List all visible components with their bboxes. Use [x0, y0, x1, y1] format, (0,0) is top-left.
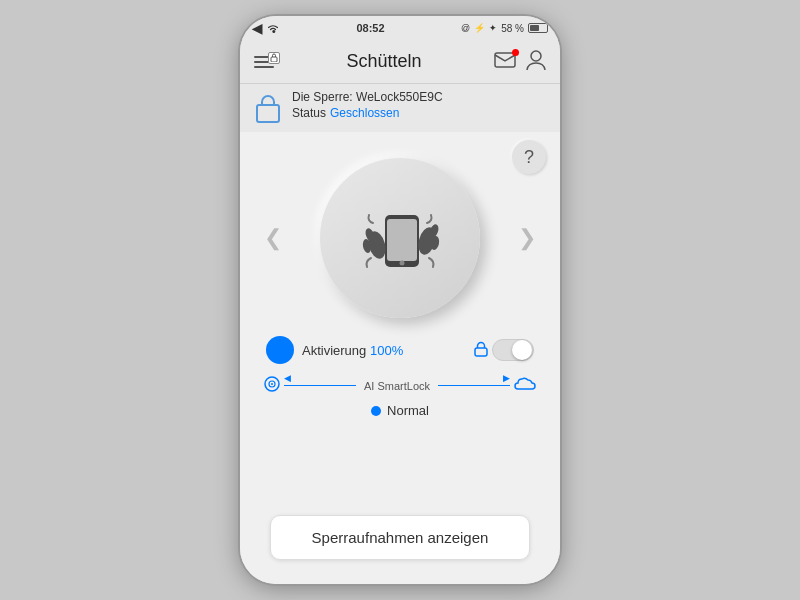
- shake-button-area: ❮: [256, 158, 544, 318]
- lock-name-value: WeLock550E9C: [356, 90, 443, 104]
- smartlock-phone-icon: [264, 376, 280, 392]
- lock-toggle-wrap: [474, 339, 534, 361]
- wifi-icon: [266, 23, 280, 33]
- smartlock-cloud-icon: [514, 376, 536, 395]
- smartlock-label: AI SmartLock: [360, 380, 434, 392]
- main-content: ? ❮: [240, 132, 560, 584]
- bottom-btn-area: Sperraufnahmen anzeigen: [256, 515, 544, 574]
- smartlock-line-left: ◀: [284, 379, 356, 393]
- svg-point-2: [531, 51, 541, 61]
- menu-lock-badge: [268, 52, 280, 64]
- svg-rect-13: [475, 348, 487, 356]
- shake-button[interactable]: [320, 158, 480, 318]
- lock-info: Die Sperre: WeLock550E9C Status Geschlos…: [240, 84, 560, 132]
- nav-bar: Schütteln: [240, 40, 560, 84]
- right-arrow-icon[interactable]: ❯: [518, 225, 536, 251]
- activation-label: Aktivierung 100%: [302, 343, 466, 358]
- profile-button[interactable]: [526, 49, 546, 75]
- menu-button[interactable]: [254, 56, 274, 68]
- smartlock-line-right: ▶: [438, 379, 510, 393]
- status-label: Status: [292, 106, 326, 120]
- svg-rect-3: [257, 105, 279, 122]
- status-time: 08:52: [356, 22, 384, 34]
- toggle-switch[interactable]: [492, 339, 534, 361]
- svg-point-16: [271, 383, 273, 385]
- svg-rect-0: [271, 57, 277, 62]
- lock-label: Die Sperre:: [292, 90, 353, 104]
- activation-pct: 100%: [370, 343, 403, 358]
- normal-row: Normal: [371, 403, 429, 418]
- nav-title: Schütteln: [346, 51, 421, 72]
- nav-icons: [494, 49, 546, 75]
- status-bar: ◀ 08:52 @ ⚡ ✦ 58 %: [240, 16, 560, 40]
- status-value: Geschlossen: [330, 106, 399, 120]
- normal-dot: [371, 406, 381, 416]
- activation-row: Aktivierung 100%: [256, 336, 544, 364]
- cloud-icon: [514, 376, 536, 392]
- battery-pct: 58 %: [501, 23, 524, 34]
- lock-icon: [254, 92, 282, 124]
- activation-dot: [266, 336, 294, 364]
- battery-icon: [528, 23, 548, 33]
- svg-point-6: [400, 261, 405, 266]
- location-icon: @: [461, 23, 470, 33]
- small-lock-icon: [474, 341, 488, 357]
- bluetooth-icon: ✦: [489, 23, 497, 33]
- normal-label: Normal: [387, 403, 429, 418]
- phone-frame: ◀ 08:52 @ ⚡ ✦ 58 %: [240, 16, 560, 584]
- smartlock-row: ◀ AI SmartLock ▶: [256, 376, 544, 395]
- profile-icon: [526, 49, 546, 71]
- shake-icon: [355, 193, 445, 283]
- mail-notification-dot: [512, 49, 519, 56]
- left-arrow-icon: ❮: [264, 225, 282, 251]
- toggle-thumb: [512, 340, 532, 360]
- svg-rect-5: [387, 219, 417, 261]
- toggle-lock-icon: [474, 341, 488, 360]
- back-arrow[interactable]: ◀: [252, 21, 262, 36]
- notification-icon: ⚡: [474, 23, 485, 33]
- mail-button[interactable]: [494, 52, 516, 72]
- smartlock-left-icon: [264, 376, 280, 395]
- sperraufnahmen-button[interactable]: Sperraufnahmen anzeigen: [270, 515, 530, 560]
